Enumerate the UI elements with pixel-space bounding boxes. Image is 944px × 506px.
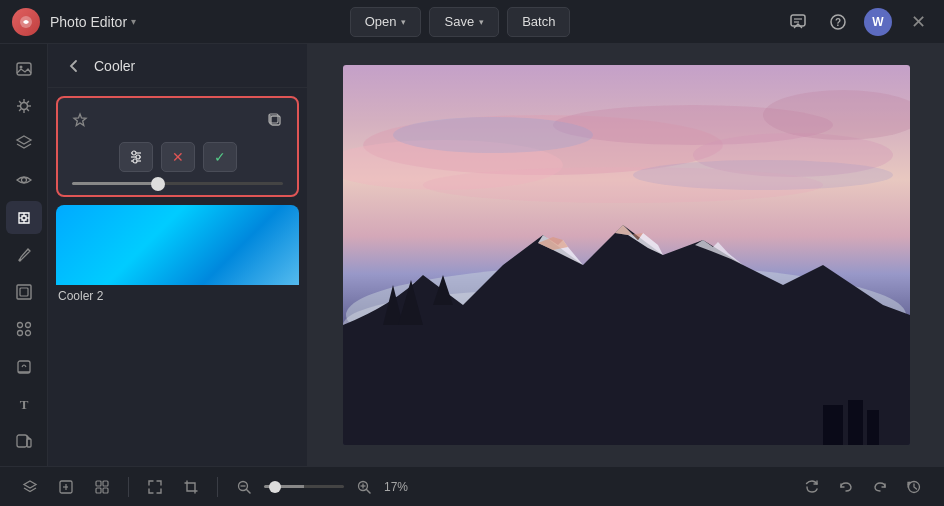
- sidebar-item-group[interactable]: [6, 313, 42, 346]
- crop-icon[interactable]: [177, 473, 205, 501]
- sidebar-item-text[interactable]: T: [6, 387, 42, 420]
- filter-favorite-button[interactable]: [68, 108, 92, 132]
- svg-rect-32: [17, 435, 27, 447]
- filter-card-header: [68, 108, 287, 132]
- canvas-area: [308, 44, 944, 466]
- separator-1: [128, 477, 129, 497]
- sidebar-item-effects[interactable]: [6, 201, 42, 234]
- filter-intensity-slider[interactable]: [72, 182, 283, 185]
- sidebar-item-adjustments[interactable]: [6, 89, 42, 122]
- filter-action-buttons: [263, 108, 287, 132]
- svg-rect-6: [17, 63, 31, 75]
- separator-2: [217, 477, 218, 497]
- app-logo: [12, 8, 40, 36]
- topbar-center: Open ▾ Save ▾ Batch: [136, 7, 784, 37]
- layers-bottom-icon[interactable]: [16, 473, 44, 501]
- svg-rect-55: [867, 410, 879, 445]
- svg-rect-23: [17, 285, 31, 299]
- filter-thumb-cooler2[interactable]: Cooler 2: [56, 205, 299, 305]
- svg-point-48: [393, 117, 593, 153]
- svg-rect-29: [18, 361, 30, 373]
- save-button[interactable]: Save ▾: [429, 7, 499, 37]
- zoom-minus-icon[interactable]: [230, 473, 258, 501]
- filter-controls: ✕ ✓: [68, 142, 287, 172]
- svg-point-26: [25, 323, 30, 328]
- batch-button[interactable]: Batch: [507, 7, 570, 37]
- svg-line-13: [19, 101, 21, 103]
- sidebar-item-eye[interactable]: [6, 164, 42, 197]
- icon-sidebar: T: [0, 44, 48, 466]
- canvas-image: [343, 65, 910, 445]
- svg-rect-58: [103, 481, 108, 486]
- fit-icon[interactable]: [141, 473, 169, 501]
- filter-card-active: ✕ ✓: [56, 96, 299, 197]
- edit-bottom-icon[interactable]: [52, 473, 80, 501]
- svg-point-17: [21, 178, 26, 183]
- svg-line-67: [367, 489, 371, 493]
- panel-sidebar: Cooler: [48, 44, 308, 466]
- svg-point-40: [136, 155, 140, 159]
- zoom-area: 17%: [230, 473, 412, 501]
- panel-back-button[interactable]: [62, 54, 86, 78]
- svg-line-14: [26, 109, 28, 111]
- sidebar-item-image[interactable]: [6, 52, 42, 85]
- bottombar: 17%: [0, 466, 944, 506]
- panel-header: Cooler: [48, 44, 307, 88]
- filter-adjust-button[interactable]: [119, 142, 153, 172]
- svg-point-41: [133, 159, 137, 163]
- undo-icon[interactable]: [832, 473, 860, 501]
- svg-line-16: [19, 109, 21, 111]
- help-icon[interactable]: ?: [824, 8, 852, 36]
- svg-text:T: T: [19, 397, 28, 412]
- grid-bottom-icon[interactable]: [88, 473, 116, 501]
- filter-slider-row: [68, 182, 287, 185]
- filter-cancel-button[interactable]: ✕: [161, 142, 195, 172]
- sidebar-item-frame[interactable]: [6, 276, 42, 309]
- zoom-percent: 17%: [384, 480, 412, 494]
- redo-icon[interactable]: [866, 473, 894, 501]
- svg-rect-24: [20, 288, 28, 296]
- filter-confirm-button[interactable]: ✓: [203, 142, 237, 172]
- svg-point-25: [17, 323, 22, 328]
- filter-copy-button[interactable]: [263, 108, 287, 132]
- rotate-icon[interactable]: [798, 473, 826, 501]
- svg-point-49: [633, 160, 893, 190]
- app-title: Photo Editor: [50, 14, 127, 30]
- sidebar-item-sticker[interactable]: [6, 425, 42, 458]
- panel-title: Cooler: [94, 58, 135, 74]
- zoom-plus-icon[interactable]: [350, 473, 378, 501]
- svg-rect-59: [96, 488, 101, 493]
- sidebar-item-brush[interactable]: [6, 238, 42, 271]
- svg-line-63: [247, 489, 251, 493]
- svg-point-7: [19, 65, 22, 68]
- svg-point-39: [132, 151, 136, 155]
- svg-text:?: ?: [835, 17, 841, 28]
- topbar-right: ? W ✕: [784, 8, 932, 36]
- filter-thumb-image: [56, 205, 299, 285]
- svg-rect-53: [823, 405, 843, 445]
- svg-rect-33: [27, 439, 31, 447]
- svg-rect-54: [848, 400, 863, 445]
- main-area: T Cooler: [0, 44, 944, 466]
- svg-rect-60: [103, 488, 108, 493]
- window-close-icon[interactable]: ✕: [904, 8, 932, 36]
- svg-line-15: [26, 101, 28, 103]
- panel-content: ✕ ✓ Cooler 2: [48, 88, 307, 466]
- svg-point-28: [25, 331, 30, 336]
- svg-rect-34: [271, 116, 280, 125]
- sidebar-item-layers[interactable]: [6, 127, 42, 160]
- zoom-slider[interactable]: [264, 485, 344, 488]
- feedback-icon[interactable]: [784, 8, 812, 36]
- sidebar-item-stamp[interactable]: [6, 350, 42, 383]
- open-button[interactable]: Open ▾: [350, 7, 422, 37]
- svg-rect-57: [96, 481, 101, 486]
- filter-thumb-label: Cooler 2: [56, 285, 299, 305]
- topbar: Photo Editor ▾ Open ▾ Save ▾ Batch ?: [0, 0, 944, 44]
- user-avatar[interactable]: W: [864, 8, 892, 36]
- svg-point-27: [17, 331, 22, 336]
- bottom-right-icons: [798, 473, 928, 501]
- svg-point-22: [18, 258, 21, 261]
- history-icon[interactable]: [900, 473, 928, 501]
- svg-point-8: [20, 102, 27, 109]
- app-title-area[interactable]: Photo Editor ▾: [50, 14, 136, 30]
